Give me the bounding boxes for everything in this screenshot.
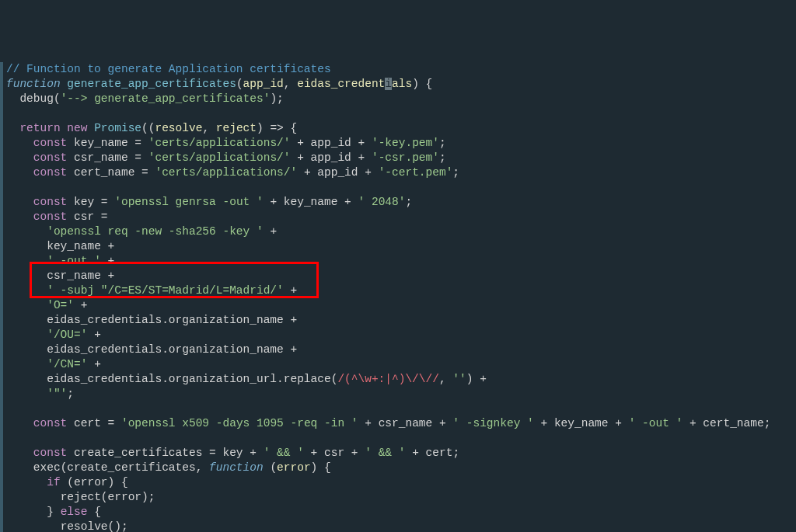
- comment: // Function to generate Application cert…: [6, 63, 331, 75]
- code-block: // Function to generate Application cert…: [3, 62, 770, 532]
- function-name: generate_app_certificates: [67, 78, 236, 90]
- highlighted-line: eidas_credentials.organization_name: [47, 314, 284, 326]
- cursor: i: [385, 78, 392, 90]
- keyword-function: function: [6, 78, 61, 90]
